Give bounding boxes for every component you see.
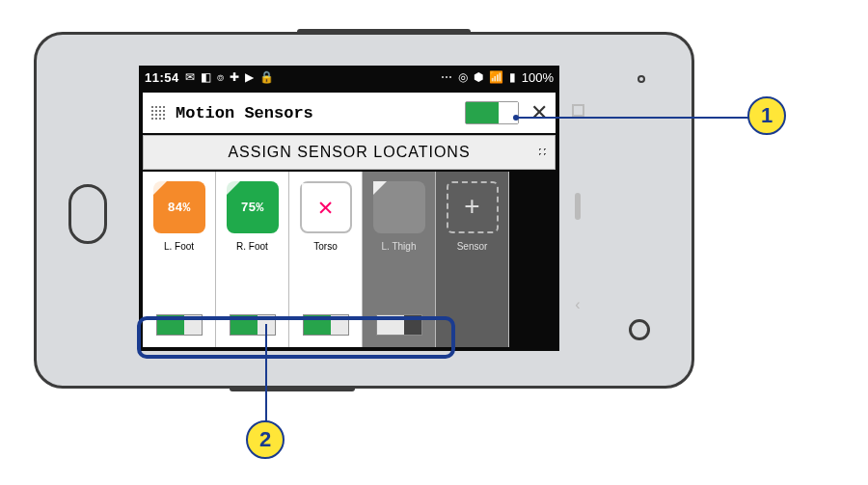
status-clock: 11:54 [145,70,179,85]
nav-recents-icon[interactable] [572,104,584,117]
sensor-card-r-foot[interactable]: 75% R. Foot [216,172,289,347]
no-signal-icon: ✕ [318,192,334,223]
device-home-button [68,184,107,244]
status-icon: 📶 [489,71,503,83]
sensor-battery: 75% [241,201,263,215]
status-icon: ⋯ [441,71,452,83]
diagram-stage: 11:54 ✉ ◧ ⌾ ✚ ▶ 🔒 ⋯ ◎ ⬢ 📶 ▮ 100% [0,0,868,485]
sensor-label: L. Thigh [382,241,417,252]
assign-locations-bar[interactable]: ASSIGN SENSOR LOCATIONS [143,135,556,170]
sensor-card-l-thigh[interactable]: L. Thigh [363,172,436,347]
status-right: ⋯ ◎ ⬢ 📶 ▮ 100% [441,70,554,85]
device-body: 11:54 ✉ ◧ ⌾ ✚ ▶ 🔒 ⋯ ◎ ⬢ 📶 ▮ 100% [34,32,694,389]
page-title: Motion Sensors [176,104,313,122]
plus-icon: + [464,193,480,223]
status-icon: ✉ [185,71,195,83]
status-icon: 🔒 [259,71,274,83]
status-icon: ⌾ [217,71,224,83]
sensor-tile: ✕ [300,181,352,233]
callout-badge-1: 1 [747,96,786,135]
app-header: Motion Sensors ✕ [143,93,556,133]
status-left: 11:54 ✉ ◧ ⌾ ✚ ▶ 🔒 [145,70,274,85]
android-nav-bar: ‹ [563,66,592,351]
battery-text: 100% [522,70,554,85]
sensor-toggle[interactable] [230,314,276,336]
sensor-tile: 75% [227,181,279,233]
sensor-toggle[interactable] [376,314,422,336]
callout-number: 1 [761,105,773,126]
sensor-toggle[interactable] [303,314,349,336]
sensor-card-strip: 84% L. Foot 75% R. Foot [143,172,556,347]
callout-2-leader [265,324,267,422]
nav-back-icon[interactable]: ‹ [575,296,580,313]
drag-handle-icon[interactable] [150,105,166,121]
nav-home-icon[interactable] [575,193,581,220]
callout-1-leader [516,117,749,119]
reorder-handle-icon[interactable] [537,147,549,158]
sensor-card-torso[interactable]: ✕ Torso [289,172,363,347]
status-bar: 11:54 ✉ ◧ ⌾ ✚ ▶ 🔒 ⋯ ◎ ⬢ 📶 ▮ 100% [139,66,559,89]
sensor-label: Sensor [457,241,488,252]
motion-sensors-toggle[interactable] [465,101,519,124]
device-camera [629,319,650,340]
sensor-label: L. Foot [164,241,194,252]
screen-frame: 11:54 ✉ ◧ ⌾ ✚ ▶ 🔒 ⋯ ◎ ⬢ 📶 ▮ 100% [139,66,559,351]
device-speaker [637,75,645,83]
status-icon: ⬢ [474,71,483,83]
device-top-button [297,29,471,35]
callout-number: 2 [259,429,271,450]
sensor-tile [373,181,425,233]
battery-icon: ▮ [509,71,516,83]
sensor-card-add[interactable]: + Sensor [436,172,509,347]
sensor-card-l-foot[interactable]: 84% L. Foot [143,172,216,347]
status-icon: ✚ [230,71,239,83]
status-icon: ◧ [201,71,211,83]
status-icon: ▶ [245,71,254,83]
assign-locations-label: ASSIGN SENSOR LOCATIONS [228,144,470,161]
close-button[interactable]: ✕ [530,100,548,125]
sensor-battery: 84% [168,201,190,215]
add-sensor-tile[interactable]: + [447,181,499,233]
callout-badge-2: 2 [246,420,285,459]
device-bottom-button [230,386,355,391]
sensor-tile: 84% [153,181,205,233]
sensor-label: Torso [313,241,337,252]
status-icon: ◎ [458,71,468,83]
sensor-label: R. Foot [236,241,268,252]
screen: 11:54 ✉ ◧ ⌾ ✚ ▶ 🔒 ⋯ ◎ ⬢ 📶 ▮ 100% [139,66,559,351]
sensor-toggle[interactable] [156,314,203,336]
